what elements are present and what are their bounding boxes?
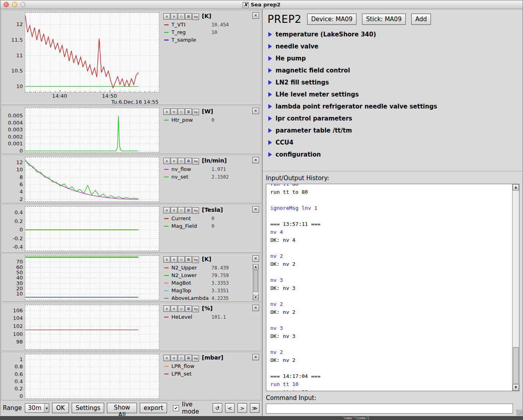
expand-triangle-icon[interactable] (268, 128, 272, 133)
legend-item-Htr_pow[interactable]: Htr_pow0 (163, 116, 260, 124)
legend-item-LPR_flow[interactable]: LPR_flow (163, 362, 260, 370)
section-lambda-point-refrigerator-needle-valve-settings[interactable]: lambda point refrigerator needle valve s… (268, 100, 523, 113)
section-magnetic-field-control[interactable]: magnetic field control (268, 64, 523, 76)
history-box[interactable]: run tt 80run tt to 80 ignoreMsg lnv 1 ==… (266, 184, 519, 391)
close-chart-button[interactable]: ✕ (252, 157, 259, 163)
window-titlebar[interactable]: XSea prep2 (0, 0, 523, 9)
grid-button[interactable]: ⊞ (185, 207, 192, 213)
legend-item-LPR_set[interactable]: LPR_set (163, 370, 260, 378)
autoscale-button[interactable]: ◇ (178, 207, 185, 213)
expand-triangle-icon[interactable] (268, 56, 272, 61)
section-lhe-level-meter-settings[interactable]: LHe level meter settings (268, 88, 523, 100)
autoscale-button[interactable]: ◇ (178, 256, 185, 263)
autoscale-button[interactable]: ◇ (178, 305, 185, 312)
legend-item-N2_Lower[interactable]: N2_Lower79.759 (163, 271, 260, 279)
show-all-button[interactable]: Show All (107, 403, 137, 413)
scale-up-button[interactable]: ∧ (163, 256, 170, 263)
reset-view-button[interactable]: ↺ (213, 403, 222, 413)
legend-item-nv_set[interactable]: nv_set2.1502 (163, 173, 260, 181)
expand-triangle-icon[interactable] (268, 44, 272, 49)
scale-down-button[interactable]: ∨ (171, 13, 177, 20)
scroll-thumb[interactable] (513, 347, 519, 384)
log-button[interactable]: log (192, 158, 199, 165)
grid-button[interactable]: ⊞ (185, 355, 192, 361)
history-scrollbar[interactable]: ▲ ▼ (512, 184, 519, 391)
plot-area[interactable] (25, 157, 159, 202)
minimize-window-button[interactable] (12, 2, 17, 7)
expand-triangle-icon[interactable] (268, 32, 272, 37)
range-select[interactable]: 30m ▾ (25, 403, 50, 413)
close-chart-button[interactable]: ✕ (252, 206, 259, 213)
section-he-pump[interactable]: He pump (268, 52, 523, 64)
legend-item-nv_flow[interactable]: nv_flow1.971 (163, 165, 260, 173)
log-button[interactable]: log (192, 257, 199, 263)
command-input[interactable] (266, 404, 513, 414)
scale-down-button[interactable]: ∨ (171, 109, 177, 115)
legend-item-T_VTI[interactable]: T_VTI10.454 (163, 21, 260, 28)
expand-triangle-icon[interactable] (268, 80, 272, 85)
section-temperature-lakeshore-340[interactable]: temperature (LakeShore 340) (268, 28, 523, 40)
scale-down-button[interactable]: ∨ (171, 207, 177, 213)
grid-button[interactable]: ⊞ (185, 13, 192, 20)
scroll-up-icon[interactable]: ▲ (513, 184, 519, 191)
expand-triangle-icon[interactable] (268, 116, 272, 121)
legend-item-N2_Upper[interactable]: N2_Upper78.439 (163, 264, 260, 271)
plot-area[interactable] (25, 206, 159, 251)
log-button[interactable]: log (192, 207, 199, 214)
log-button[interactable]: log (192, 355, 199, 362)
section-parameter-table-tt-tm[interactable]: parameter table /tt/tm (268, 125, 523, 137)
legend-item-T_sample[interactable]: T_sample (163, 36, 260, 44)
autoscale-button[interactable]: ◇ (178, 158, 185, 164)
close-chart-button[interactable]: ✕ (252, 12, 259, 19)
grid-button[interactable]: ⊞ (185, 109, 192, 115)
legend-item-Current[interactable]: Current0 (163, 215, 260, 222)
plot-area[interactable] (25, 12, 159, 92)
grid-button[interactable]: ⊞ (185, 305, 192, 312)
grid-button[interactable]: ⊞ (185, 158, 192, 164)
expand-triangle-icon[interactable] (268, 92, 272, 97)
plot-area[interactable] (25, 305, 159, 350)
pan-left-button[interactable]: < (225, 403, 235, 413)
scale-up-button[interactable]: ∧ (163, 355, 170, 361)
section-needle-valve[interactable]: needle valve (268, 40, 523, 52)
expand-triangle-icon[interactable] (268, 68, 272, 73)
legend-item-HeLevel[interactable]: HeLevel101.1 (163, 313, 260, 321)
live-mode-checkbox[interactable]: ✔ (173, 405, 179, 411)
pan-end-button[interactable]: ≫ (250, 403, 259, 413)
scale-up-button[interactable]: ∧ (163, 109, 170, 115)
plot-area[interactable] (25, 255, 159, 300)
legend-item-Mag_Field[interactable]: Mag_Field0 (163, 222, 260, 230)
pan-right-button[interactable]: > (237, 403, 247, 413)
grid-button[interactable]: ⊞ (185, 256, 192, 263)
autoscale-button[interactable]: ◇ (178, 109, 185, 115)
stick-button[interactable]: Stick: MA09 (362, 14, 406, 25)
legend-item-MagBot[interactable]: MagBot3.3353 (163, 279, 260, 287)
add-button[interactable]: Add (411, 14, 431, 25)
scale-down-button[interactable]: ∨ (171, 256, 177, 263)
close-chart-button[interactable]: ✕ (252, 108, 259, 114)
expand-triangle-icon[interactable] (268, 152, 272, 157)
section-lpr-control-parameters[interactable]: lpr control parameters (268, 113, 523, 125)
section-configuration[interactable]: configuration (268, 149, 523, 161)
close-chart-button[interactable]: ✕ (252, 305, 259, 311)
autoscale-button[interactable]: ◇ (178, 13, 185, 20)
log-button[interactable]: log (192, 306, 199, 312)
ok-button[interactable]: OK (52, 403, 69, 413)
expand-triangle-icon[interactable] (268, 104, 272, 109)
resize-grip[interactable] (516, 410, 522, 416)
legend-item-T_reg[interactable]: T_reg10 (163, 28, 260, 36)
autoscale-button[interactable]: ◇ (178, 355, 185, 361)
device-button[interactable]: Device: MA09 (307, 14, 356, 25)
scale-up-button[interactable]: ∧ (163, 13, 170, 20)
scale-up-button[interactable]: ∧ (163, 158, 170, 164)
zoom-window-button[interactable] (20, 2, 26, 7)
expand-triangle-icon[interactable] (268, 140, 272, 145)
scroll-down-icon[interactable]: ▼ (253, 295, 258, 300)
plot-area[interactable] (25, 354, 159, 399)
scroll-thumb[interactable] (253, 270, 258, 292)
log-button[interactable]: log (192, 14, 199, 20)
legend-item-AboveLambda[interactable]: AboveLambda4.2235 (163, 294, 260, 301)
scale-down-button[interactable]: ∨ (171, 355, 177, 361)
scroll-down-icon[interactable]: ▼ (513, 384, 519, 391)
legend-scrollbar[interactable]: ▲ ▼ (253, 264, 259, 300)
